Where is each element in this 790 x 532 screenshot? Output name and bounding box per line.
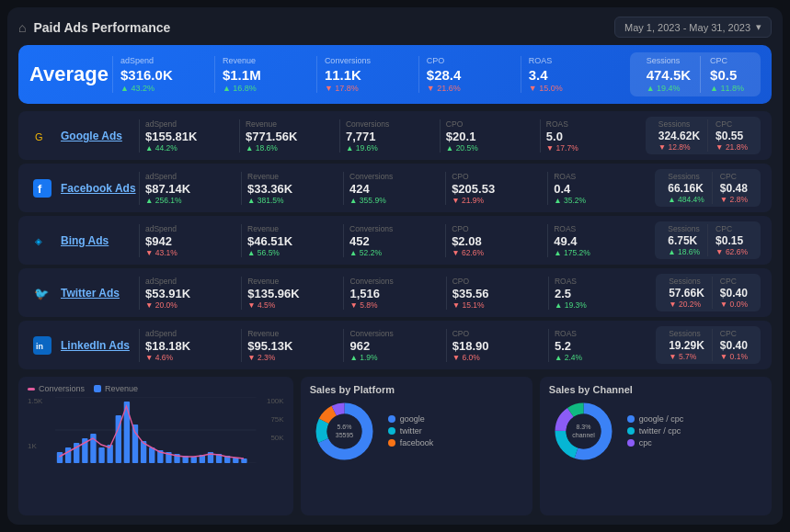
avg-roas: ROAS 3.4 ▼ 15.0% — [521, 56, 623, 93]
header-left: ⌂ Paid Ads Performance — [18, 20, 170, 35]
pm-adspend-2: adSpend $942 ▼ 43.1% — [139, 224, 241, 257]
pm-cpo-2: CPO $2.08 ▼ 62.6% — [445, 224, 547, 257]
pm-conversions-2: Conversions 452 ▲ 52.2% — [343, 224, 445, 257]
page-title: Paid Ads Performance — [33, 20, 170, 35]
pm-adspend-4: adSpend $18.18K ▼ 4.6% — [139, 329, 241, 362]
platform-name-4[interactable]: LinkedIn Ads — [61, 339, 139, 352]
pm-cpc-1: CPC $0.48 ▼ 2.8% — [713, 172, 755, 204]
legend-conversions: Conversions — [28, 384, 85, 393]
chevron-down-icon: ▾ — [756, 21, 761, 33]
pm-revenue-4: Revenue $95.13K ▼ 2.3% — [241, 329, 343, 362]
platform-name-3[interactable]: Twitter Ads — [61, 287, 139, 300]
platform-right-metrics-4: Sessions 19.29K ▼ 5.7% CPC $0.40 ▼ 0.1% — [656, 326, 761, 364]
donut-channel-container: 8.3% channel google / cpc twitter / cpc … — [549, 399, 762, 463]
avg-conversions: Conversions 11.1K ▼ 17.8% — [316, 56, 418, 93]
pm-sessions-2: Sessions 6.75K ▲ 18.6% — [660, 224, 708, 256]
pm-revenue-2: Revenue $46.51K ▲ 56.5% — [241, 224, 343, 257]
home-icon[interactable]: ⌂ — [18, 20, 26, 35]
svg-text:35595: 35595 — [335, 432, 353, 438]
pm-cpc-0: CPC $0.55 ▼ 21.8% — [708, 119, 755, 152]
legend-cpc: cpc — [627, 438, 684, 447]
legend-dot-conversions — [28, 388, 35, 391]
avg-right-metrics: Sessions 474.5K ▲ 19.4% CPC $0.5 ▲ 11.8% — [630, 52, 761, 96]
platform-right-metrics-0: Sessions 324.62K ▼ 12.8% CPC $0.55 ▼ 21.… — [646, 117, 761, 154]
pm-sessions-3: Sessions 57.66K ▼ 20.2% — [661, 277, 713, 309]
pm-adspend-0: adSpend $155.81K ▲ 44.2% — [139, 119, 239, 153]
platform-name-0[interactable]: Google Ads — [61, 130, 139, 142]
sales-platform-chart: Sales by Platform 5.6% 35595 — [301, 377, 532, 515]
platform-icon-1: f — [29, 175, 55, 201]
legend-google-cpc: google / cpc — [627, 414, 684, 424]
svg-rect-26 — [191, 457, 197, 463]
pm-conversions-1: Conversions 424 ▲ 355.9% — [343, 172, 445, 205]
pm-sessions-0: Sessions 324.62K ▼ 12.8% — [651, 119, 708, 152]
platform-metrics-3: adSpend $53.91K ▼ 20.0% Revenue $135.96K… — [139, 277, 650, 310]
platform-row: in LinkedIn Ads adSpend $18.18K ▼ 4.6% R… — [18, 321, 772, 369]
svg-rect-15 — [98, 447, 104, 463]
platforms-container: G Google Ads adSpend $155.81K ▲ 44.2% Re… — [18, 111, 772, 369]
legend-google: google — [388, 414, 434, 424]
donut-platform-container: 5.6% 35595 google twitter facebook — [310, 399, 523, 463]
legend-twitter-cpc: twitter / cpc — [627, 426, 684, 436]
pm-cpc-2: CPC $0.15 ▼ 62.6% — [708, 224, 755, 256]
average-label: Average — [29, 62, 112, 86]
date-picker[interactable]: May 1, 2023 - May 31, 2023 ▾ — [614, 17, 772, 38]
avg-sessions: Sessions 474.5K ▲ 19.4% — [637, 56, 701, 93]
line-bar-chart: Conversions Revenue 1.5K 1K 100K 75K 50K — [18, 377, 293, 515]
platform-icon-0: G — [29, 123, 55, 149]
average-row: Average adSpend $316.0K ▲ 43.2% Revenue … — [18, 45, 772, 104]
pm-cpo-0: CPO $20.1 ▲ 20.5% — [440, 119, 540, 153]
platform-right-metrics-1: Sessions 66.16K ▲ 484.4% CPC $0.48 ▼ 2.8… — [655, 169, 761, 207]
platform-row: 🐦 Twitter Ads adSpend $53.91K ▼ 20.0% Re… — [18, 268, 772, 317]
date-range-text: May 1, 2023 - May 31, 2023 — [624, 22, 750, 33]
svg-rect-32 — [241, 458, 246, 463]
donut-platform-svg: 5.6% 35595 — [310, 397, 379, 466]
donut-channel-legend: google / cpc twitter / cpc cpc — [627, 414, 684, 447]
platform-metrics-0: adSpend $155.81K ▲ 44.2% Revenue $771.56… — [139, 119, 640, 153]
pm-roas-4: ROAS 5.2 ▲ 2.4% — [548, 329, 650, 362]
svg-rect-21 — [149, 447, 155, 463]
svg-text:5.6%: 5.6% — [337, 424, 351, 430]
svg-text:◈: ◈ — [35, 236, 42, 246]
svg-text:G: G — [35, 131, 43, 142]
svg-rect-11 — [65, 447, 71, 463]
pm-adspend-1: adSpend $87.14K ▲ 256.1% — [139, 172, 241, 205]
svg-rect-10 — [57, 452, 63, 463]
platform-metrics-4: adSpend $18.18K ▼ 4.6% Revenue $95.13K ▼… — [139, 329, 650, 362]
pm-roas-3: ROAS 2.5 ▲ 19.3% — [548, 277, 650, 310]
pm-roas-2: ROAS 49.4 ▲ 175.2% — [547, 224, 649, 257]
sales-channel-title: Sales by Channel — [549, 384, 762, 395]
platform-icon-2: ◈ — [29, 228, 55, 254]
pm-cpc-3: CPC $0.40 ▼ 0.0% — [713, 277, 755, 309]
donut-channel-svg: 8.3% channel — [549, 397, 618, 466]
avg-adspend: adSpend $316.0K ▲ 43.2% — [112, 56, 214, 93]
avg-cpc: CPC $0.5 ▲ 11.8% — [701, 56, 753, 93]
platform-icon-3: 🐦 — [29, 280, 55, 306]
legend-facebook: facebook — [388, 438, 434, 447]
svg-rect-19 — [132, 424, 138, 463]
header: ⌂ Paid Ads Performance May 1, 2023 - May… — [18, 17, 772, 38]
pm-conversions-4: Conversions 962 ▲ 1.9% — [343, 329, 445, 362]
bottom-charts: Conversions Revenue 1.5K 1K 100K 75K 50K — [18, 377, 772, 515]
svg-text:8.3%: 8.3% — [576, 424, 590, 430]
svg-text:🐦: 🐦 — [34, 286, 50, 301]
sales-platform-title: Sales by Platform — [310, 384, 523, 395]
pm-sessions-1: Sessions 66.16K ▲ 484.4% — [660, 172, 713, 204]
platform-right-metrics-2: Sessions 6.75K ▲ 18.6% CPC $0.15 ▼ 62.6% — [655, 221, 761, 259]
pm-adspend-3: adSpend $53.91K ▼ 20.0% — [139, 277, 241, 310]
pm-conversions-0: Conversions 7,771 ▲ 19.6% — [339, 119, 440, 153]
pm-roas-0: ROAS 5.0 ▼ 17.7% — [540, 119, 640, 153]
pm-cpc-4: CPC $0.40 ▼ 0.1% — [713, 329, 755, 361]
average-metrics: adSpend $316.0K ▲ 43.2% Revenue $1.1M ▲ … — [112, 56, 623, 93]
platform-metrics-1: adSpend $87.14K ▲ 256.1% Revenue $33.36K… — [139, 172, 649, 205]
pm-sessions-4: Sessions 19.29K ▼ 5.7% — [661, 329, 713, 361]
platform-name-1[interactable]: Facebook Ads — [61, 182, 139, 195]
platform-icon-4: in — [29, 333, 55, 358]
platform-right-metrics-3: Sessions 57.66K ▼ 20.2% CPC $0.40 ▼ 0.0% — [656, 274, 761, 311]
platform-row: f Facebook Ads adSpend $87.14K ▲ 256.1% … — [18, 164, 772, 212]
avg-cpo: CPO $28.4 ▼ 21.6% — [418, 56, 521, 93]
platform-name-2[interactable]: Bing Ads — [61, 234, 139, 247]
bar-chart-svg — [55, 397, 257, 463]
svg-text:channel: channel — [572, 432, 595, 438]
chart-legend: Conversions Revenue — [28, 384, 284, 393]
